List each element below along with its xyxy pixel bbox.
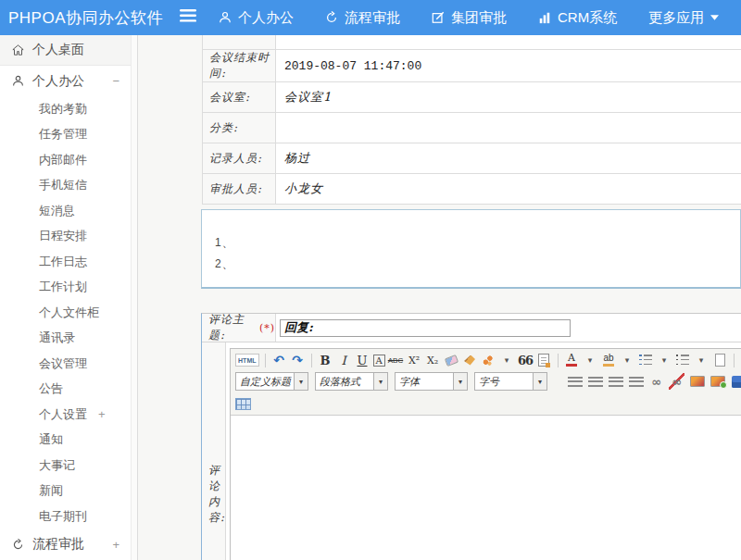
collapse-toggle[interactable]: − [112, 74, 119, 88]
sidebar-item-work-log[interactable]: 工作日志 [0, 249, 131, 275]
font-style-icon[interactable]: A [373, 355, 385, 367]
process-cycle-icon [12, 539, 24, 551]
field-label: 会议室: [203, 82, 276, 112]
align-justify-icon[interactable] [628, 373, 644, 390]
unordered-list-icon[interactable] [675, 352, 691, 368]
sidebar-item-desktop[interactable]: 个人桌面 [0, 35, 131, 66]
sidebar-item-attendance[interactable]: 我的考勤 [0, 96, 131, 122]
sidebar-item-file-cabinet[interactable]: 个人文件柜 [0, 300, 131, 326]
sidebar-item-contacts[interactable]: 通讯录 [0, 326, 131, 352]
nav-item-more-apps[interactable]: 更多应用 [648, 9, 719, 27]
caret-down-icon [710, 15, 719, 20]
highlight-color-icon[interactable]: ab [601, 352, 617, 368]
nav-item-crm-system[interactable]: CRM系统 [538, 9, 617, 27]
comment-subject-input[interactable] [280, 319, 571, 337]
sidebar-item-major-events[interactable]: 大事记 [0, 453, 131, 479]
app-title: PHPOA协同办公软件 [0, 7, 176, 29]
caret-down-icon: ▾ [453, 373, 467, 390]
insert-link-icon[interactable]: ∞ [648, 373, 664, 390]
insert-image-icon[interactable] [689, 373, 705, 390]
italic-icon[interactable]: I [336, 352, 352, 368]
field-label: 分类: [203, 113, 276, 143]
rich-text-editor: HTML B I U A ABC X² X₂ [230, 348, 741, 560]
nav-item-workflow-approval[interactable]: 流程审批 [325, 9, 400, 27]
dropdown-caret-icon[interactable] [657, 352, 672, 368]
editor-toolbar: HTML B I U A ABC X² X₂ [231, 349, 741, 416]
caret-down-icon: ▾ [373, 373, 387, 390]
align-left-icon[interactable] [567, 373, 583, 390]
comment-content-row: 评论内容: HTML B I U A [202, 342, 741, 560]
dropdown-caret-icon[interactable] [694, 352, 710, 368]
new-page-icon[interactable] [712, 352, 728, 368]
sidebar-item-task-management[interactable]: 任务管理 [0, 122, 131, 148]
superscript-icon[interactable]: X² [407, 352, 422, 368]
editor-content-area[interactable] [231, 416, 741, 560]
upload-image-icon[interactable] [710, 373, 725, 390]
format-brush-icon[interactable] [462, 352, 478, 368]
user-icon [12, 75, 24, 87]
caret-down-icon: ▾ [533, 373, 546, 390]
paragraph-format-dropdown[interactable]: 段落格式 ▾ [315, 372, 388, 391]
align-right-icon[interactable] [608, 373, 623, 390]
table-row: 分类: [203, 113, 741, 143]
html-source-button[interactable]: HTML [235, 354, 258, 367]
sidebar-item-notice[interactable]: 通知 [0, 428, 131, 454]
sidebar-scrollbar[interactable] [131, 35, 138, 560]
paste-icon[interactable] [536, 352, 552, 368]
bar-chart-icon [538, 11, 551, 24]
strikethrough-icon[interactable]: ABC [388, 352, 404, 368]
dropdown-caret-icon[interactable] [583, 352, 598, 368]
content-line: 2、 [215, 254, 740, 275]
required-mark: (*) [259, 322, 275, 334]
expand-toggle[interactable]: + [112, 538, 119, 552]
nav-item-group-approval[interactable]: 集团审批 [432, 9, 507, 27]
comment-subject-row: 评论主题: (*) [202, 314, 741, 342]
meeting-detail-table: 会议结束时间: 2019-08-07 11:47:00 会议室: 会议室1 分类… [202, 35, 741, 205]
eraser-icon[interactable] [444, 352, 459, 368]
custom-heading-dropdown[interactable]: 自定义标题 ▾ [235, 372, 308, 391]
home-icon [12, 44, 24, 56]
hamburger-menu-button[interactable] [176, 6, 200, 29]
sidebar-item-workflow-approval[interactable]: 流程审批 + [0, 529, 131, 560]
font-family-dropdown[interactable]: 字体 ▾ [395, 372, 468, 391]
font-color-icon[interactable]: A [564, 352, 580, 368]
sidebar-item-e-journal[interactable]: 电子期刊 [0, 504, 131, 529]
sidebar-item-personal-settings[interactable]: 个人设置 + [0, 402, 131, 428]
bold-icon[interactable]: B [318, 352, 333, 368]
sidebar-item-schedule[interactable]: 日程安排 [0, 224, 131, 250]
meeting-room-value: 会议室1 [284, 89, 332, 106]
sidebar-item-personal-office[interactable]: 个人办公 − [0, 66, 131, 96]
insert-table-icon[interactable] [235, 395, 251, 412]
insert-media-icon[interactable] [730, 373, 741, 390]
remove-link-icon[interactable]: ∞ [669, 373, 684, 390]
dropdown-caret-icon[interactable] [620, 352, 635, 368]
sidebar-item-meeting-management[interactable]: 会议管理 [0, 351, 131, 377]
hamburger-icon [180, 9, 196, 26]
blockquote-icon[interactable]: 66 [518, 352, 534, 368]
table-row: 会议室: 会议室1 [203, 82, 741, 113]
sidebar-item-mobile-sms[interactable]: 手机短信 [0, 173, 131, 199]
sidebar-item-news[interactable]: 新闻 [0, 479, 131, 504]
subscript-icon[interactable]: X₂ [425, 352, 441, 368]
ordered-list-icon[interactable] [638, 352, 654, 368]
table-row: 记录人员: 杨过 [203, 143, 741, 174]
comment-subject-label: 评论主题: (*) [202, 314, 276, 342]
sidebar-item-internal-mail[interactable]: 内部邮件 [0, 147, 131, 173]
underline-icon[interactable]: U [355, 352, 370, 368]
sidebar-item-short-message[interactable]: 短消息 [0, 198, 131, 224]
redo-icon[interactable] [290, 352, 306, 368]
approver-value: 小龙女 [284, 180, 323, 197]
auto-typeset-icon[interactable] [481, 352, 496, 368]
expand-toggle[interactable]: + [98, 407, 106, 421]
undo-icon[interactable] [271, 352, 287, 368]
field-label: 审批人员: [203, 174, 276, 204]
align-center-icon[interactable] [587, 373, 603, 390]
table-row: 审批人员: 小龙女 [203, 174, 741, 205]
font-size-dropdown[interactable]: 字号 ▾ [474, 372, 547, 391]
nav-item-personal-office[interactable]: 个人办公 [219, 9, 294, 27]
sidebar: 个人桌面 个人办公 − 我的考勤 任务管理 内部邮件 手机短信 短消息 日程安排… [0, 35, 131, 560]
dropdown-caret-icon[interactable] [499, 352, 515, 368]
sidebar-item-announcement[interactable]: 公告 [0, 377, 131, 403]
sidebar-item-work-plan[interactable]: 工作计划 [0, 275, 131, 301]
caret-down-icon: ▾ [294, 373, 308, 390]
